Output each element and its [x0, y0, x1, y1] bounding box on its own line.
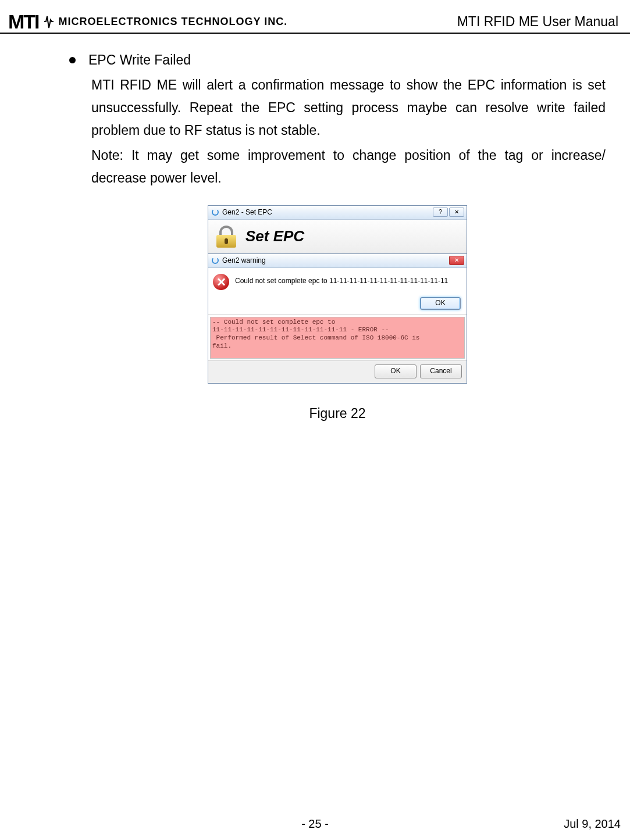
close-button[interactable]: ✕: [449, 208, 464, 217]
cancel-button[interactable]: Cancel: [420, 364, 462, 378]
paragraph-2: Note: It may get some improvement to cha…: [91, 144, 606, 190]
header-rule: [0, 33, 630, 34]
warning-message: Could not set complete epc to 11-11-11-1…: [235, 274, 448, 287]
dialog-warning: Gen2 warning ✕ Could not set complete ep…: [208, 253, 467, 314]
page-header: MTI Microelectronics Technology Inc. MTI…: [0, 8, 630, 35]
dialog-set-epc: Gen2 - Set EPC ? ✕ Set EPC Gen2 warning …: [208, 205, 467, 384]
error-icon: [213, 274, 229, 290]
paragraph-1: MTI RFID ME will alert a confirmation me…: [91, 74, 606, 142]
dialog-body-set-epc: Set EPC: [208, 220, 467, 253]
titlebar-warning: Gen2 warning ✕: [208, 254, 467, 268]
page-footer: - 25 - Jul 9, 2014: [0, 817, 630, 831]
company-logo: MTI Microelectronics Technology Inc.: [8, 10, 287, 33]
dialog-title: Gen2 warning: [222, 255, 266, 266]
footer-date: Jul 9, 2014: [564, 817, 621, 831]
set-epc-heading: Set EPC: [245, 223, 304, 249]
help-button[interactable]: ?: [433, 208, 448, 217]
warning-body: Could not set complete epc to 11-11-11-1…: [208, 268, 467, 295]
close-button[interactable]: ✕: [449, 256, 464, 265]
ok-button[interactable]: OK: [420, 297, 461, 310]
page-number: - 25 -: [301, 817, 329, 831]
logo-mark: MTI: [8, 10, 39, 33]
dialog-title: Gen2 - Set EPC: [222, 206, 272, 218]
logo-company-name: Microelectronics Technology Inc.: [59, 16, 288, 28]
embedded-screenshot: Gen2 - Set EPC ? ✕ Set EPC Gen2 warning …: [208, 205, 467, 384]
ok-button[interactable]: OK: [375, 364, 417, 378]
log-textarea[interactable]: -- Could not set complete epc to 11-11-1…: [210, 317, 465, 359]
spinner-icon: [212, 209, 219, 216]
page-body: EPC Write Failed MTI RFID ME will alert …: [69, 49, 606, 425]
dialog-button-row: OK Cancel: [208, 360, 467, 383]
heartbeat-icon: [44, 13, 54, 30]
figure-caption: Figure 22: [69, 402, 606, 425]
lock-icon: [214, 224, 239, 249]
titlebar-set-epc: Gen2 - Set EPC ? ✕: [208, 206, 467, 220]
document-title: MTI RFID ME User Manual: [457, 14, 622, 30]
bullet-row: EPC Write Failed: [69, 49, 606, 72]
spinner-icon: [212, 257, 219, 264]
bullet-icon: [69, 57, 76, 63]
bullet-title: EPC Write Failed: [88, 49, 191, 72]
